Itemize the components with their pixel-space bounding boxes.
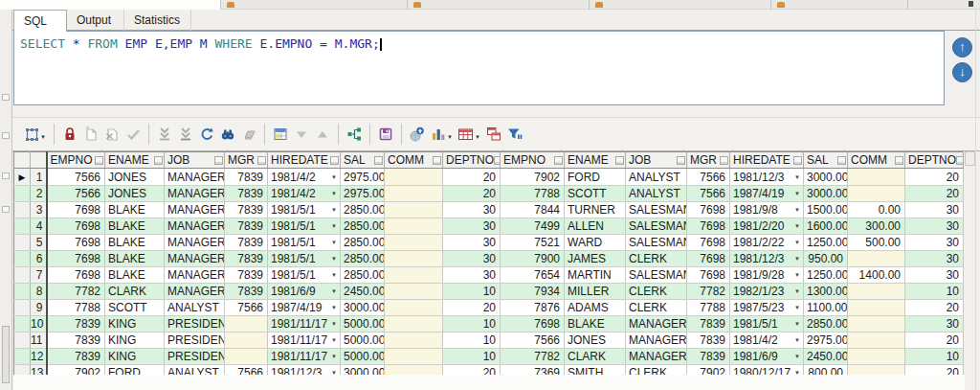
- grid-cell[interactable]: 30: [905, 251, 964, 267]
- grid-cell[interactable]: 7788: [687, 300, 730, 316]
- column-header-mgr[interactable]: MGR: [225, 152, 268, 169]
- grid-cell[interactable]: 20: [443, 300, 501, 316]
- grid-cell[interactable]: 7782: [687, 284, 730, 300]
- column-header-sal[interactable]: SAL: [804, 152, 848, 169]
- grid-cell[interactable]: 7698: [687, 251, 730, 267]
- column-header-box[interactable]: [374, 156, 383, 165]
- date-dropdown-icon[interactable]: ▼: [794, 267, 801, 283]
- row-number[interactable]: 11: [31, 333, 47, 349]
- column-header-hiredate[interactable]: HIREDATE: [730, 152, 804, 169]
- header-marker[interactable]: [14, 152, 31, 169]
- grid-cell[interactable]: 7839: [225, 235, 268, 251]
- date-dropdown-icon[interactable]: ▼: [331, 235, 338, 250]
- grid-cell[interactable]: [848, 169, 905, 186]
- delete-page-button[interactable]: [101, 124, 122, 145]
- refresh-button[interactable]: [196, 124, 217, 145]
- grid-cell[interactable]: 7902: [501, 169, 565, 186]
- grid-cell[interactable]: 7698: [47, 202, 105, 218]
- column-header-ename[interactable]: ENAME: [565, 152, 626, 169]
- grid-cell[interactable]: SALESMAN: [626, 202, 687, 218]
- row-marker-cell[interactable]: [14, 251, 31, 267]
- eraser-button[interactable]: [238, 124, 259, 145]
- row-marker-cell[interactable]: [14, 235, 31, 251]
- date-dropdown-icon[interactable]: ▼: [331, 170, 338, 185]
- grid-cell[interactable]: KING: [105, 333, 165, 349]
- column-header-box[interactable]: [95, 156, 103, 165]
- date-dropdown-icon[interactable]: ▼: [331, 267, 338, 283]
- grid-cell[interactable]: 30: [443, 202, 501, 218]
- grid-cell[interactable]: 1987/4/19▼: [268, 300, 341, 316]
- grid-cell[interactable]: 1100.00: [804, 300, 848, 316]
- grid-cell[interactable]: 20: [905, 300, 964, 316]
- grid-cell[interactable]: 1250.00: [804, 235, 848, 251]
- column-header-box[interactable]: [720, 156, 728, 165]
- grid-cell[interactable]: 2850.00: [341, 202, 385, 218]
- date-dropdown-icon[interactable]: ▼: [794, 235, 801, 250]
- grid-cell[interactable]: MANAGER: [165, 267, 225, 284]
- column-header-box[interactable]: [956, 156, 963, 165]
- grid-cell[interactable]: 10: [443, 316, 501, 333]
- grid-cell[interactable]: [385, 284, 443, 300]
- grid-cell[interactable]: 1981/4/2▼: [268, 186, 341, 202]
- grid-cell[interactable]: 10: [905, 284, 964, 300]
- grid-cell[interactable]: BLAKE: [105, 235, 165, 251]
- commit-check-button[interactable]: [122, 124, 144, 145]
- filter-button[interactable]: [504, 124, 525, 145]
- grid-cell[interactable]: FORD: [565, 169, 626, 186]
- grid-cell[interactable]: BLAKE: [105, 202, 165, 218]
- post-updates-button[interactable]: [407, 124, 428, 145]
- grid-cell[interactable]: [385, 333, 443, 349]
- grid-cell[interactable]: BLAKE: [105, 267, 165, 284]
- grid-cell[interactable]: [385, 316, 443, 333]
- grid-cell[interactable]: 1981/5/1▼: [268, 235, 341, 251]
- column-header-hiredate[interactable]: HIREDATE: [268, 152, 341, 169]
- grid-cell[interactable]: 2450.00: [341, 284, 385, 300]
- grid-cell[interactable]: [848, 300, 905, 316]
- grid-cell[interactable]: 1300.00: [804, 284, 848, 300]
- date-dropdown-icon[interactable]: ▼: [794, 316, 801, 332]
- column-header-comm[interactable]: COMM: [385, 152, 443, 169]
- grid-cell[interactable]: PRESIDENT: [165, 333, 225, 349]
- column-header-job[interactable]: JOB: [626, 152, 687, 169]
- grid-cell[interactable]: PRESIDENT: [165, 349, 225, 365]
- row-number[interactable]: 9: [31, 300, 47, 316]
- grid-cell[interactable]: 1600.00: [804, 218, 848, 235]
- column-header-empno[interactable]: EMPNO: [501, 152, 565, 169]
- date-dropdown-icon[interactable]: ▼: [331, 251, 338, 266]
- column-header-job[interactable]: JOB: [165, 152, 225, 169]
- grid-cell[interactable]: 7521: [501, 235, 565, 251]
- grid-cell[interactable]: 7566: [687, 186, 730, 202]
- dropdown-caret-icon[interactable]: ▼: [447, 134, 453, 140]
- grid-cell[interactable]: 2975.00: [341, 186, 385, 202]
- chart-button[interactable]: [428, 124, 449, 145]
- grid-cell[interactable]: 20: [905, 333, 964, 349]
- grid-cell[interactable]: MANAGER: [165, 218, 225, 235]
- sql-editor[interactable]: SELECT * FROM EMP E,EMP M WHERE E.EMPNO …: [13, 31, 945, 105]
- date-dropdown-icon[interactable]: ▼: [794, 170, 801, 185]
- grid-cell[interactable]: 20: [443, 186, 501, 202]
- grid-cell[interactable]: TURNER: [565, 202, 626, 218]
- grid-cell[interactable]: 5000.00: [341, 333, 385, 349]
- grid-cell[interactable]: MANAGER: [626, 349, 687, 365]
- date-dropdown-icon[interactable]: ▼: [794, 202, 801, 218]
- grid-cell[interactable]: 5000.00: [341, 316, 385, 333]
- move-to-last-button[interactable]: [175, 124, 196, 145]
- grid-cell[interactable]: 1987/4/19▼: [730, 186, 804, 202]
- grid-cell[interactable]: 1981/6/9▼: [730, 349, 804, 365]
- grid-cell[interactable]: SALESMAN: [626, 235, 687, 251]
- grid-cell[interactable]: [385, 235, 443, 251]
- grid-cell[interactable]: 7782: [47, 284, 105, 300]
- grid-cell[interactable]: 7839: [225, 251, 268, 267]
- date-dropdown-icon[interactable]: ▼: [331, 284, 338, 299]
- grid-cell[interactable]: 1981/9/8▼: [730, 202, 804, 218]
- grid-cell[interactable]: 7839: [225, 169, 268, 186]
- column-header-box[interactable]: [895, 156, 903, 165]
- tab-output[interactable]: Output: [67, 10, 124, 31]
- row-marker-cell[interactable]: [14, 202, 31, 218]
- column-header-box[interactable]: [257, 156, 266, 165]
- row-number[interactable]: 5: [31, 235, 47, 251]
- grid-cell[interactable]: [225, 333, 268, 349]
- grid-cell[interactable]: 7566: [225, 300, 268, 316]
- grid-cell[interactable]: 20: [905, 186, 964, 202]
- new-page-button[interactable]: [80, 124, 101, 145]
